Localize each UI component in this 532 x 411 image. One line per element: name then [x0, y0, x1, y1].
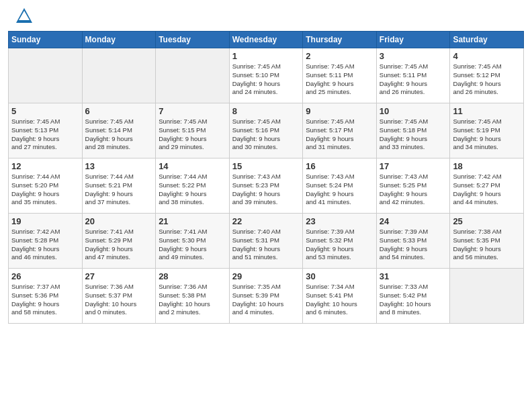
calendar-cell: 15Sunrise: 7:43 AM Sunset: 5:23 PM Dayli…	[229, 158, 303, 214]
day-number: 24	[380, 216, 447, 226]
day-info: Sunrise: 7:45 AM Sunset: 5:10 PM Dayligh…	[232, 62, 300, 97]
calendar-cell	[82, 48, 156, 103]
calendar-week-row: 5Sunrise: 7:45 AM Sunset: 5:13 PM Daylig…	[9, 103, 524, 158]
calendar-cell	[450, 269, 524, 324]
day-info: Sunrise: 7:45 AM Sunset: 5:19 PM Dayligh…	[453, 118, 521, 152]
day-number: 9	[306, 106, 373, 116]
day-number: 21	[159, 216, 226, 226]
day-info: Sunrise: 7:39 AM Sunset: 5:32 PM Dayligh…	[306, 228, 373, 262]
weekday-header-thursday: Thursday	[303, 32, 377, 48]
day-info: Sunrise: 7:38 AM Sunset: 5:35 PM Dayligh…	[453, 228, 521, 262]
day-number: 13	[85, 161, 153, 171]
day-info: Sunrise: 7:44 AM Sunset: 5:22 PM Dayligh…	[159, 173, 226, 207]
calendar-cell	[156, 48, 230, 103]
day-number: 12	[11, 161, 79, 171]
day-info: Sunrise: 7:43 AM Sunset: 5:25 PM Dayligh…	[380, 173, 447, 207]
day-number: 23	[306, 216, 373, 226]
day-number: 4	[453, 51, 521, 61]
day-number: 26	[11, 271, 79, 281]
day-info: Sunrise: 7:35 AM Sunset: 5:39 PM Dayligh…	[232, 283, 300, 317]
day-info: Sunrise: 7:36 AM Sunset: 5:38 PM Dayligh…	[159, 283, 226, 317]
day-number: 22	[232, 216, 300, 226]
day-info: Sunrise: 7:45 AM Sunset: 5:11 PM Dayligh…	[380, 62, 447, 97]
weekday-header-friday: Friday	[376, 32, 450, 48]
day-number: 6	[85, 106, 153, 116]
calendar-cell: 2Sunrise: 7:45 AM Sunset: 5:11 PM Daylig…	[303, 48, 377, 103]
day-number: 11	[453, 106, 521, 116]
calendar-cell	[9, 48, 83, 103]
calendar-cell: 1Sunrise: 7:45 AM Sunset: 5:10 PM Daylig…	[229, 48, 303, 103]
day-info: Sunrise: 7:44 AM Sunset: 5:21 PM Dayligh…	[85, 173, 153, 207]
day-info: Sunrise: 7:34 AM Sunset: 5:41 PM Dayligh…	[306, 283, 373, 317]
day-number: 1	[232, 51, 300, 61]
weekday-header-saturday: Saturday	[450, 32, 524, 48]
calendar-cell: 5Sunrise: 7:45 AM Sunset: 5:13 PM Daylig…	[9, 103, 83, 158]
day-info: Sunrise: 7:45 AM Sunset: 5:18 PM Dayligh…	[380, 118, 447, 152]
day-number: 18	[453, 161, 521, 171]
day-info: Sunrise: 7:41 AM Sunset: 5:30 PM Dayligh…	[159, 228, 226, 262]
day-number: 30	[306, 271, 373, 281]
weekday-header-tuesday: Tuesday	[156, 32, 230, 48]
calendar-cell: 8Sunrise: 7:45 AM Sunset: 5:16 PM Daylig…	[229, 103, 303, 158]
day-info: Sunrise: 7:43 AM Sunset: 5:24 PM Dayligh…	[306, 173, 373, 207]
day-number: 28	[159, 271, 226, 281]
day-number: 27	[85, 271, 153, 281]
day-info: Sunrise: 7:42 AM Sunset: 5:27 PM Dayligh…	[453, 173, 521, 207]
calendar-cell: 3Sunrise: 7:45 AM Sunset: 5:11 PM Daylig…	[376, 48, 450, 103]
weekday-header-row: SundayMondayTuesdayWednesdayThursdayFrid…	[9, 32, 524, 48]
calendar-week-row: 1Sunrise: 7:45 AM Sunset: 5:10 PM Daylig…	[9, 48, 524, 103]
day-info: Sunrise: 7:33 AM Sunset: 5:42 PM Dayligh…	[380, 283, 447, 317]
day-number: 14	[159, 161, 226, 171]
calendar-cell: 19Sunrise: 7:42 AM Sunset: 5:28 PM Dayli…	[9, 214, 83, 269]
day-info: Sunrise: 7:45 AM Sunset: 5:12 PM Dayligh…	[453, 62, 521, 97]
calendar-cell: 24Sunrise: 7:39 AM Sunset: 5:33 PM Dayli…	[376, 214, 450, 269]
day-info: Sunrise: 7:36 AM Sunset: 5:37 PM Dayligh…	[85, 283, 153, 317]
calendar-cell: 13Sunrise: 7:44 AM Sunset: 5:21 PM Dayli…	[82, 158, 156, 214]
day-number: 16	[306, 161, 373, 171]
calendar-cell: 11Sunrise: 7:45 AM Sunset: 5:19 PM Dayli…	[450, 103, 524, 158]
day-number: 10	[380, 106, 447, 116]
day-info: Sunrise: 7:45 AM Sunset: 5:11 PM Dayligh…	[306, 62, 373, 97]
day-info: Sunrise: 7:45 AM Sunset: 5:14 PM Dayligh…	[85, 118, 153, 152]
calendar-cell: 29Sunrise: 7:35 AM Sunset: 5:39 PM Dayli…	[229, 269, 303, 324]
calendar-cell: 18Sunrise: 7:42 AM Sunset: 5:27 PM Dayli…	[450, 158, 524, 214]
day-number: 8	[232, 106, 300, 116]
calendar-week-row: 12Sunrise: 7:44 AM Sunset: 5:20 PM Dayli…	[9, 158, 524, 214]
weekday-header-monday: Monday	[82, 32, 156, 48]
calendar-cell: 31Sunrise: 7:33 AM Sunset: 5:42 PM Dayli…	[376, 269, 450, 324]
day-info: Sunrise: 7:45 AM Sunset: 5:17 PM Dayligh…	[306, 118, 373, 152]
calendar-cell: 14Sunrise: 7:44 AM Sunset: 5:22 PM Dayli…	[156, 158, 230, 214]
day-info: Sunrise: 7:41 AM Sunset: 5:29 PM Dayligh…	[85, 228, 153, 262]
calendar-cell: 26Sunrise: 7:37 AM Sunset: 5:36 PM Dayli…	[9, 269, 83, 324]
day-number: 17	[380, 161, 447, 171]
calendar-cell: 4Sunrise: 7:45 AM Sunset: 5:12 PM Daylig…	[450, 48, 524, 103]
calendar-cell: 23Sunrise: 7:39 AM Sunset: 5:32 PM Dayli…	[303, 214, 377, 269]
logo	[8, 7, 34, 26]
day-number: 20	[85, 216, 153, 226]
calendar-cell: 21Sunrise: 7:41 AM Sunset: 5:30 PM Dayli…	[156, 214, 230, 269]
logo-icon	[15, 7, 34, 26]
calendar-week-row: 19Sunrise: 7:42 AM Sunset: 5:28 PM Dayli…	[9, 214, 524, 269]
calendar-cell: 12Sunrise: 7:44 AM Sunset: 5:20 PM Dayli…	[9, 158, 83, 214]
calendar-cell: 16Sunrise: 7:43 AM Sunset: 5:24 PM Dayli…	[303, 158, 377, 214]
calendar-cell: 17Sunrise: 7:43 AM Sunset: 5:25 PM Dayli…	[376, 158, 450, 214]
calendar-cell: 27Sunrise: 7:36 AM Sunset: 5:37 PM Dayli…	[82, 269, 156, 324]
day-info: Sunrise: 7:39 AM Sunset: 5:33 PM Dayligh…	[380, 228, 447, 262]
day-number: 19	[11, 216, 79, 226]
day-info: Sunrise: 7:42 AM Sunset: 5:28 PM Dayligh…	[11, 228, 79, 262]
calendar-cell: 7Sunrise: 7:45 AM Sunset: 5:15 PM Daylig…	[156, 103, 230, 158]
day-info: Sunrise: 7:44 AM Sunset: 5:20 PM Dayligh…	[11, 173, 79, 207]
day-info: Sunrise: 7:45 AM Sunset: 5:15 PM Dayligh…	[159, 118, 226, 152]
calendar-week-row: 26Sunrise: 7:37 AM Sunset: 5:36 PM Dayli…	[9, 269, 524, 324]
day-number: 31	[380, 271, 447, 281]
calendar-cell: 20Sunrise: 7:41 AM Sunset: 5:29 PM Dayli…	[82, 214, 156, 269]
weekday-header-wednesday: Wednesday	[229, 32, 303, 48]
day-number: 2	[306, 51, 373, 61]
calendar-container: SundayMondayTuesdayWednesdayThursdayFrid…	[0, 0, 532, 411]
calendar-cell: 22Sunrise: 7:40 AM Sunset: 5:31 PM Dayli…	[229, 214, 303, 269]
calendar-cell: 10Sunrise: 7:45 AM Sunset: 5:18 PM Dayli…	[376, 103, 450, 158]
day-info: Sunrise: 7:45 AM Sunset: 5:16 PM Dayligh…	[232, 118, 300, 152]
day-number: 29	[232, 271, 300, 281]
day-info: Sunrise: 7:43 AM Sunset: 5:23 PM Dayligh…	[232, 173, 300, 207]
weekday-header-sunday: Sunday	[9, 32, 83, 48]
